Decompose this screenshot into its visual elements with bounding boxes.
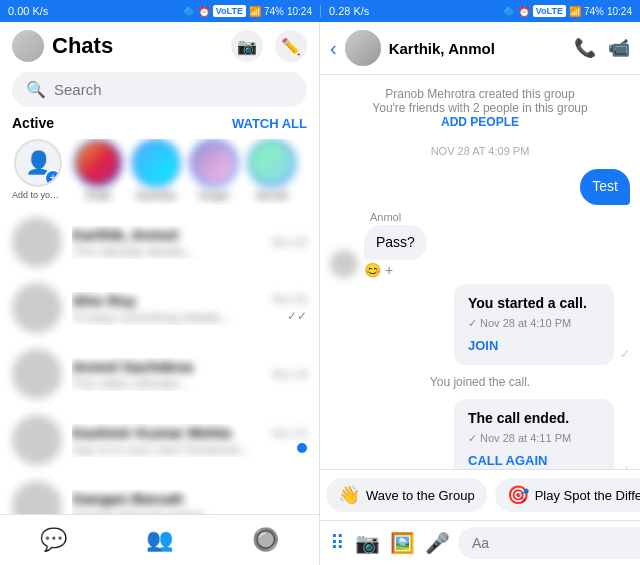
right-header: ‹ Karthik, Anmol 📞 📹 [320, 22, 640, 75]
group-created-msg: Pranob Mehrotra created this group You'r… [330, 87, 630, 129]
chat-name-3: Kashmir Kumar Mehta [72, 424, 262, 441]
time-right: 10:24 [607, 6, 632, 17]
call-ended-text: The call ended. [468, 409, 600, 429]
delivered-icon: ✓ [620, 347, 630, 361]
alarm-icon-r: ⏰ [518, 6, 530, 17]
grid-icon[interactable]: ⠿ [328, 531, 347, 555]
add-story-item[interactable]: 👤 + Add to your story [12, 139, 64, 201]
story-name-3: Amruth [256, 190, 288, 201]
search-input[interactable] [54, 81, 293, 98]
bluetooth-icon: 🔷 [183, 6, 195, 17]
chat-tab-icon: 💬 [40, 527, 67, 553]
voice-call-icon[interactable]: 📞 [574, 37, 596, 59]
chat-avatar-2 [12, 349, 62, 399]
msg-avatar-anmol [330, 250, 358, 278]
chat-item-1[interactable]: Shiv Roy I'll keep something details... … [0, 275, 319, 341]
message-input[interactable] [458, 527, 640, 559]
msg-bubble-test: Test [580, 169, 630, 205]
unread-dot-3 [297, 443, 307, 453]
story-item-0[interactable]: Khalil [74, 139, 122, 201]
right-speed: 0.28 K/s [329, 5, 369, 17]
story-avatar-1[interactable] [132, 139, 180, 187]
add-story-label: Add to your story [12, 190, 64, 200]
spot-label: Play Spot the Difference [535, 488, 640, 503]
chat-item-4[interactable]: Gangan Baruah Gangan Baruah added... [0, 473, 319, 514]
volte-badge-r: VoLTE [533, 5, 566, 17]
wave-emoji-icon: 👋 [338, 484, 360, 506]
compose-icon-btn[interactable]: ✏️ [275, 30, 307, 62]
story-item-3[interactable]: Amruth [248, 139, 296, 201]
chat-item-0[interactable]: Karthik, Anmol The ultimate details... N… [0, 209, 319, 275]
people-tab-icon: 👥 [146, 527, 173, 553]
msg-bubble-call-ended: The call ended. ✓ Nov 28 at 4:11 PM CALL… [454, 399, 614, 469]
date-label: NOV 28 AT 4:09 PM [330, 145, 630, 157]
chat-list: Karthik, Anmol The ultimate details... N… [0, 209, 319, 514]
active-label: Active [12, 115, 54, 131]
group-created-text: Pranob Mehrotra created this group [330, 87, 630, 101]
chat-info-4: Gangan Baruah Gangan Baruah added... [72, 490, 307, 515]
chat-preview-0: The ultimate details... [72, 244, 262, 259]
sender-name-anmol: Anmol [364, 211, 427, 223]
signal-icon-r: 📶 [569, 6, 581, 17]
chat-info-0: Karthik, Anmol The ultimate details... [72, 226, 262, 259]
wave-bar: 👋 Wave to the Group 🎯 Play Spot the Diff… [320, 469, 640, 520]
battery-left: 74% [264, 6, 284, 17]
watch-all-button[interactable]: WATCH ALL [232, 116, 307, 131]
video-call-icon[interactable]: 📹 [608, 37, 630, 59]
bluetooth-icon-r: 🔷 [503, 6, 515, 17]
add-people-link[interactable]: ADD PEOPLE [441, 115, 519, 129]
mic-icon[interactable]: 🎤 [423, 531, 452, 555]
story-avatar-0[interactable] [74, 139, 122, 187]
story-name-1: Kanimba [136, 190, 175, 201]
chat-item-2[interactable]: Anmol Sachdeva The video ultimate... Nov… [0, 341, 319, 407]
chat-meta-3: Nov 15 [272, 427, 307, 453]
tab-people[interactable]: 👥 [106, 521, 212, 559]
play-spot-button[interactable]: 🎯 Play Spot the Difference [495, 478, 640, 512]
msg-row-pass: Anmol Pass? 😊 + [330, 211, 630, 279]
story-name-2: Greger [198, 190, 229, 201]
search-bar[interactable]: 🔍 [12, 72, 307, 107]
spot-emoji-icon: 🎯 [507, 484, 529, 506]
chat-preview-3: Say hi to your new Facebook... [72, 442, 262, 457]
chat-name-2: Anmol Sachdeva [72, 358, 262, 375]
chat-info-3: Kashmir Kumar Mehta Say hi to your new F… [72, 424, 262, 457]
joined-call-text: You joined the call. [430, 375, 530, 389]
join-call-button[interactable]: JOIN [468, 337, 600, 355]
active-section: Active WATCH ALL 👤 + Add to your story K… [0, 115, 319, 209]
battery-right: 74% [584, 6, 604, 17]
story-avatar-2[interactable] [190, 139, 238, 187]
add-reaction-icon[interactable]: + [385, 262, 393, 278]
chat-name-0: Karthik, Anmol [72, 226, 262, 243]
gallery-icon[interactable]: 🖼️ [388, 531, 417, 555]
msg-bubble-call-started: You started a call. ✓ Nov 28 at 4:10 PM … [454, 284, 614, 365]
signal-icon: 📶 [249, 6, 261, 17]
chat-avatar-0 [12, 217, 62, 267]
react-emoji-icon[interactable]: 😊 [364, 262, 381, 278]
story-item-2[interactable]: Greger [190, 139, 238, 201]
wave-label: Wave to the Group [366, 488, 475, 503]
call-again-button[interactable]: CALL AGAIN [468, 452, 600, 469]
story-avatar-3[interactable] [248, 139, 296, 187]
chat-item-3[interactable]: Kashmir Kumar Mehta Say hi to your new F… [0, 407, 319, 473]
user-avatar[interactable] [12, 30, 44, 62]
chat-avatar-4 [12, 481, 62, 514]
chat-meta-1: Nov 20 ✓✓ [272, 293, 307, 323]
discover-tab-icon: 🔘 [252, 527, 279, 553]
group-avatar[interactable] [345, 30, 381, 66]
chat-preview-4: Gangan Baruah added... [72, 508, 307, 515]
camera-input-icon[interactable]: 📷 [353, 531, 382, 555]
camera-icon-btn[interactable]: 📷 [231, 30, 263, 62]
left-speed: 0.00 K/s [8, 5, 48, 17]
tab-discover[interactable]: 🔘 [213, 521, 319, 559]
double-check-icon: ✓✓ [287, 309, 307, 323]
back-button[interactable]: ‹ [330, 37, 337, 60]
chats-title: Chats [52, 33, 113, 59]
tab-chats[interactable]: 💬 [0, 521, 106, 559]
story-item-1[interactable]: Kanimba [132, 139, 180, 201]
chat-preview-2: The video ultimate... [72, 376, 262, 391]
friends-info-text: You're friends with 2 people in this gro… [330, 101, 630, 115]
chat-messages: Pranob Mehrotra created this group You'r… [320, 75, 640, 469]
joined-call-msg: You joined the call. [330, 375, 630, 389]
wave-to-group-button[interactable]: 👋 Wave to the Group [326, 478, 487, 512]
add-story-avatar[interactable]: 👤 + [14, 139, 62, 187]
